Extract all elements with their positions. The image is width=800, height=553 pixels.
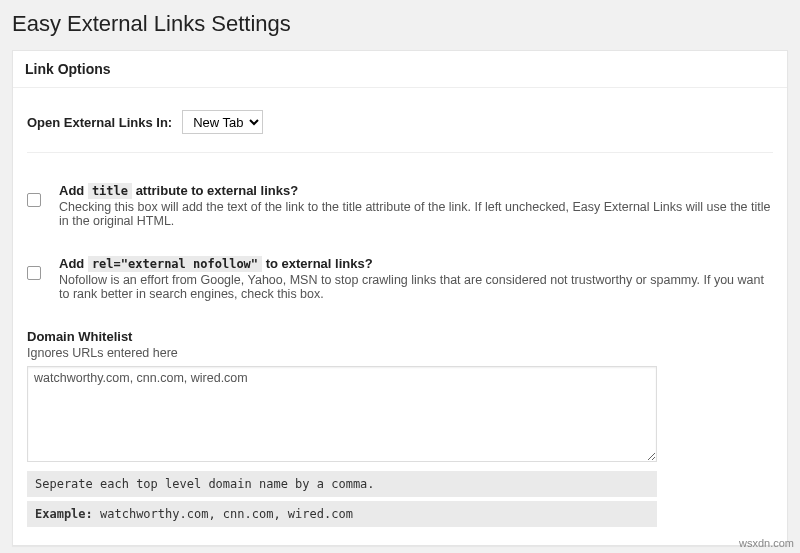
row-add-title-attribute: Add title attribute to external links? C… (27, 183, 773, 228)
domain-whitelist-textarea[interactable] (27, 366, 657, 462)
watermark: wsxdn.com (739, 537, 794, 549)
domain-whitelist-hint-separate: Seperate each top level domain name by a… (27, 471, 657, 497)
checkbox-add-rel-nofollow[interactable] (27, 266, 41, 280)
row-open-external-links: Open External Links In: New Tab (27, 98, 773, 153)
domain-whitelist-hint-example: Example: watchworthy.com, cnn.com, wired… (27, 501, 657, 527)
add-title-attribute-label: Add title attribute to external links? (59, 183, 298, 198)
open-external-links-select[interactable]: New Tab (182, 110, 263, 134)
page-title: Easy External Links Settings (2, 0, 798, 42)
checkbox-add-title-attribute[interactable] (27, 193, 41, 207)
domain-whitelist-ignores: Ignores URLs entered here (27, 346, 773, 360)
open-external-links-label: Open External Links In: (27, 115, 172, 130)
rel-code: rel="external nofollow" (88, 256, 262, 272)
row-add-rel-nofollow: Add rel="external nofollow" to external … (27, 256, 773, 301)
panel-link-options: Link Options Open External Links In: New… (12, 50, 788, 546)
add-title-attribute-desc: Checking this box will add the text of t… (59, 200, 773, 228)
domain-whitelist-label: Domain Whitelist (27, 329, 773, 344)
add-rel-nofollow-desc: Nofollow is an effort from Google, Yahoo… (59, 273, 773, 301)
add-rel-nofollow-label: Add rel="external nofollow" to external … (59, 256, 373, 271)
panel-link-options-heading: Link Options (13, 51, 787, 88)
title-code: title (88, 183, 132, 199)
